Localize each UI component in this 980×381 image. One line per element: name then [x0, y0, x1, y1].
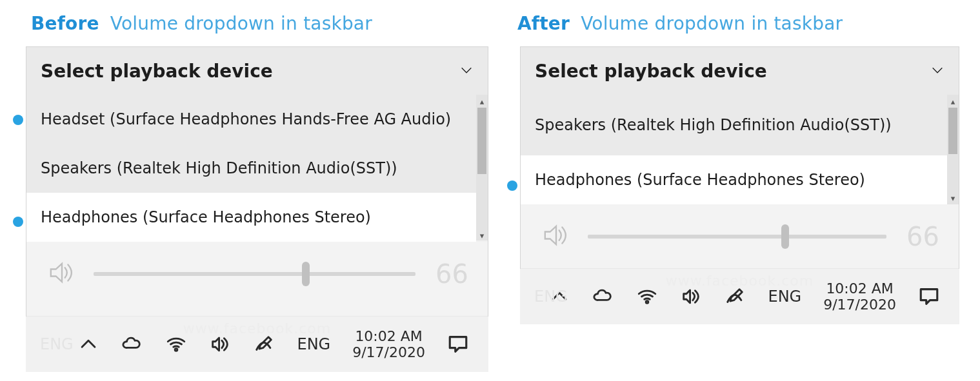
slider-track: [588, 235, 886, 239]
scroll-up-icon[interactable]: ▴: [476, 95, 488, 108]
bluetooth-dot-icon: [507, 181, 517, 191]
onedrive-icon[interactable]: [592, 286, 614, 308]
device-label: Speakers (Realtek High Definition Audio(…: [535, 116, 892, 134]
device-list: Speakers (Realtek High Definition Audio(…: [521, 95, 959, 204]
lang-ghost: ENG: [40, 335, 74, 353]
bluetooth-dot-icon: [13, 115, 23, 125]
scroll-down-icon[interactable]: ▾: [947, 191, 959, 204]
scrollbar[interactable]: ▴ ▾: [947, 95, 959, 204]
volume-value: 66: [431, 259, 468, 289]
after-bold: After: [517, 13, 570, 34]
device-row[interactable]: Headset (Surface Headphones Hands-Free A…: [26, 95, 488, 144]
windows-ink-icon[interactable]: [253, 333, 275, 355]
slider-track: [94, 272, 415, 276]
clock-time: 10:02 AM: [826, 280, 893, 297]
flyout-title: Select playback device: [41, 61, 273, 82]
before-bold: Before: [31, 13, 99, 34]
chevron-down-icon: [930, 61, 945, 82]
clock-date: 9/17/2020: [823, 297, 896, 313]
chevron-down-icon: [459, 61, 474, 82]
svg-point-0: [175, 349, 178, 351]
lang-ghost: ENG: [534, 288, 568, 306]
language-indicator[interactable]: ENG: [768, 288, 801, 306]
device-row[interactable]: Speakers (Realtek High Definition Audio(…: [26, 144, 488, 193]
clock-time: 10:02 AM: [355, 328, 422, 344]
scroll-thumb[interactable]: [948, 108, 957, 154]
flyout-header[interactable]: Select playback device: [26, 47, 488, 95]
device-label: Headset (Surface Headphones Hands-Free A…: [41, 110, 451, 128]
action-center-icon[interactable]: [918, 286, 940, 308]
flyout-header[interactable]: Select playback device: [521, 47, 959, 95]
slider-thumb[interactable]: [781, 224, 789, 249]
device-label: Speakers (Realtek High Definition Audio(…: [41, 159, 397, 177]
volume-tray-icon[interactable]: [209, 333, 231, 355]
clock[interactable]: 10:02 AM 9/17/2020: [823, 280, 896, 313]
device-row[interactable]: Headphones (Surface Headphones Stereo): [521, 155, 959, 204]
volume-value: 66: [902, 222, 939, 251]
scrollbar[interactable]: ▴ ▾: [476, 95, 488, 242]
tray-overflow-chevron-icon[interactable]: [77, 333, 99, 355]
bluetooth-dot-icon: [13, 217, 23, 227]
svg-point-1: [646, 301, 649, 304]
speaker-icon[interactable]: [540, 219, 572, 254]
volume-area: 66: [26, 242, 488, 306]
device-list: Headset (Surface Headphones Hands-Free A…: [26, 95, 488, 242]
volume-area: 66: [521, 204, 959, 269]
speaker-icon[interactable]: [46, 257, 78, 291]
device-label: Headphones (Surface Headphones Stereo): [41, 208, 371, 226]
wifi-icon[interactable]: [165, 333, 187, 355]
device-label: Headphones (Surface Headphones Stereo): [535, 171, 865, 189]
taskbar-before: www.facebook.com ENG ENG: [26, 317, 488, 372]
scroll-down-icon[interactable]: ▾: [476, 229, 488, 242]
onedrive-icon[interactable]: [121, 333, 143, 355]
scroll-thumb[interactable]: [477, 108, 486, 174]
slider-thumb[interactable]: [302, 262, 310, 286]
scroll-up-icon[interactable]: ▴: [947, 95, 959, 108]
clock-date: 9/17/2020: [352, 344, 425, 360]
windows-ink-icon[interactable]: [724, 286, 746, 308]
volume-flyout-before: Select playback device Headset (Surface …: [26, 46, 488, 317]
volume-slider[interactable]: [94, 271, 415, 277]
scroll-track[interactable]: [476, 108, 488, 229]
before-caption: Before Volume dropdown in taskbar: [31, 13, 372, 34]
after-caption: After Volume dropdown in taskbar: [517, 13, 843, 34]
action-center-icon[interactable]: [447, 333, 469, 355]
volume-slider[interactable]: [588, 234, 886, 239]
scroll-track[interactable]: [947, 108, 959, 191]
volume-tray-icon[interactable]: [680, 286, 702, 308]
volume-flyout-after: Select playback device Speakers (Realtek…: [520, 46, 959, 269]
language-indicator[interactable]: ENG: [297, 335, 330, 353]
flyout-title: Select playback device: [535, 61, 767, 82]
clock[interactable]: 10:02 AM 9/17/2020: [352, 328, 425, 361]
device-row[interactable]: Speakers (Realtek High Definition Audio(…: [521, 95, 959, 155]
before-sub: Volume dropdown in taskbar: [110, 13, 372, 34]
wifi-icon[interactable]: [636, 286, 658, 308]
after-sub: Volume dropdown in taskbar: [581, 13, 843, 34]
taskbar-after: www.facebook.com ENG ENG: [520, 269, 959, 324]
device-row[interactable]: Headphones (Surface Headphones Stereo): [26, 193, 488, 242]
